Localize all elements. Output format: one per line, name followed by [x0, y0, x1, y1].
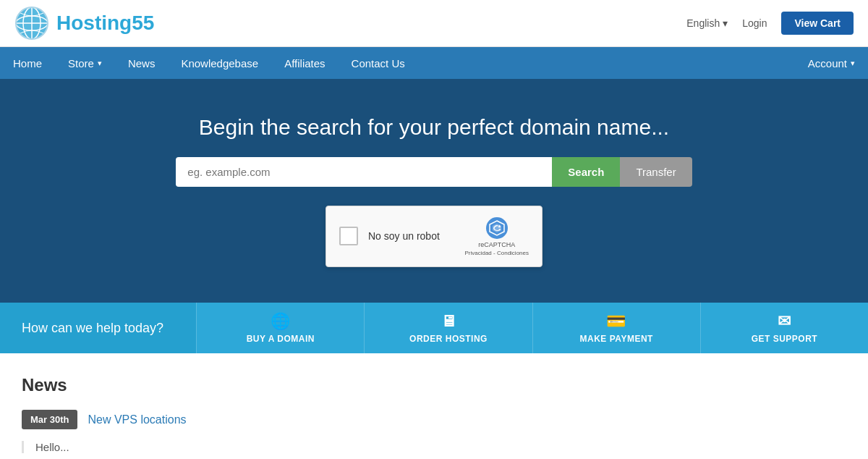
get-support-icon: ✉: [778, 312, 791, 331]
recaptcha-label: No soy un robot: [368, 230, 440, 242]
search-button[interactable]: Search: [552, 157, 620, 187]
action-bar: How can we help today? 🌐 BUY A DOMAIN 🖥 …: [0, 303, 868, 353]
nav-knowledgebase[interactable]: Knowledgebase: [168, 47, 271, 79]
get-support-label: GET SUPPORT: [752, 334, 818, 344]
nav-affiliates[interactable]: Affiliates: [271, 47, 338, 79]
login-link[interactable]: Login: [742, 17, 767, 29]
logo-text: Hosting55: [56, 12, 154, 35]
order-hosting-label: ORDER HOSTING: [409, 334, 488, 344]
store-chevron-icon: ▾: [98, 59, 102, 68]
recaptcha-logo-icon: [485, 216, 509, 240]
help-text: How can we help today?: [0, 303, 196, 353]
make-payment-action[interactable]: 💳 MAKE PAYMENT: [532, 303, 700, 353]
language-chevron-icon: ▾: [723, 17, 728, 29]
order-hosting-icon: 🖥: [441, 312, 457, 331]
get-support-action[interactable]: ✉ GET SUPPORT: [700, 303, 868, 353]
domain-search-row: Search Transfer: [14, 157, 854, 187]
recaptcha-branding: reCAPTCHA Privacidad - Condiciones: [464, 216, 529, 256]
nav-news[interactable]: News: [115, 47, 169, 79]
language-label: English: [686, 17, 720, 29]
hero-section: Begin the search for your perfect domain…: [0, 79, 868, 303]
logo[interactable]: Hosting55: [14, 6, 154, 41]
top-right-actions: English ▾ Login View Cart: [686, 12, 854, 35]
buy-domain-label: BUY A DOMAIN: [247, 334, 315, 344]
hero-heading: Begin the search for your perfect domain…: [14, 115, 854, 140]
recaptcha-checkbox[interactable]: [339, 227, 358, 245]
buy-domain-icon: 🌐: [271, 312, 291, 331]
news-section: News Mar 30th New VPS locations Hello...: [0, 353, 868, 459]
news-excerpt: Hello...: [22, 441, 846, 453]
nav-home[interactable]: Home: [0, 47, 55, 79]
make-payment-label: MAKE PAYMENT: [580, 334, 653, 344]
view-cart-button[interactable]: View Cart: [781, 12, 854, 35]
transfer-button[interactable]: Transfer: [620, 157, 692, 187]
account-chevron-icon: ▾: [851, 59, 855, 68]
language-selector[interactable]: English ▾: [686, 17, 728, 29]
nav-store[interactable]: Store ▾: [55, 47, 115, 79]
nav-contact[interactable]: Contact Us: [339, 47, 418, 79]
buy-domain-action[interactable]: 🌐 BUY A DOMAIN: [196, 303, 364, 353]
recaptcha-widget[interactable]: No soy un robot reCAPTCHA Privacidad - C…: [326, 206, 542, 267]
recaptcha-links: Privacidad - Condiciones: [464, 250, 529, 256]
order-hosting-action[interactable]: 🖥 ORDER HOSTING: [364, 303, 532, 353]
navigation-bar: Home Store ▾ News Knowledgebase Affiliat…: [0, 47, 868, 79]
news-date-badge: Mar 30th: [22, 410, 77, 429]
domain-search-input[interactable]: [176, 157, 552, 187]
news-section-title: News: [22, 375, 846, 395]
recaptcha-brand-text: reCAPTCHA: [478, 241, 515, 248]
news-article-link[interactable]: New VPS locations: [88, 413, 186, 426]
top-bar: Hosting55 English ▾ Login View Cart: [0, 0, 868, 47]
nav-account[interactable]: Account ▾: [795, 47, 868, 79]
logo-globe-icon: [14, 6, 49, 41]
news-item: Mar 30th New VPS locations: [22, 410, 846, 429]
make-payment-icon: 💳: [606, 312, 626, 331]
